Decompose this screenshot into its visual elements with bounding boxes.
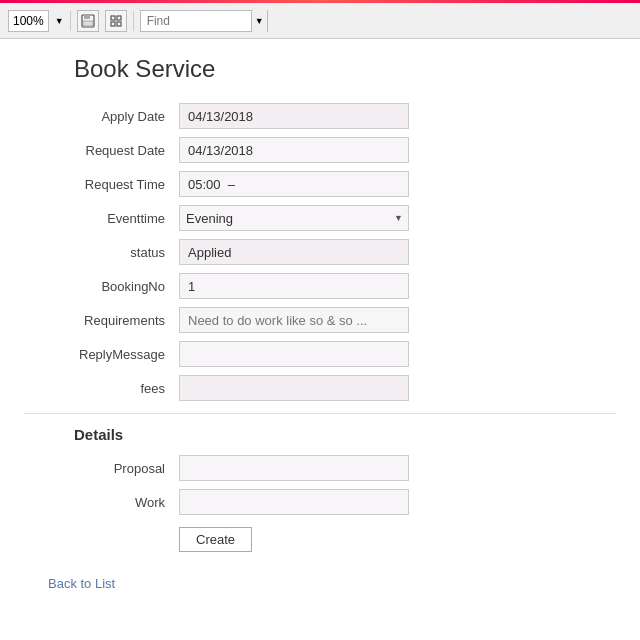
request-date-input[interactable] [179,137,409,163]
svg-rect-3 [111,16,115,20]
replymessage-input[interactable] [179,341,409,367]
toolbar-separator-2 [133,11,134,31]
back-to-list-link[interactable]: Back to List [24,576,115,591]
content-area: Book Service Apply Date Request Date Req… [0,39,640,607]
create-row: Create [24,523,616,552]
section-divider [24,413,616,414]
replymessage-label: ReplyMessage [24,347,179,362]
proposal-label: Proposal [24,461,179,476]
fees-row: fees [24,375,616,401]
zoom-dropdown-icon[interactable]: ▼ [55,16,64,26]
bookingno-label: BookingNo [24,279,179,294]
work-label: Work [24,495,179,510]
fees-input[interactable] [179,375,409,401]
toolbar-separator-1 [70,11,71,31]
zoom-value: 100% [13,14,44,28]
request-time-label: Request Time [24,177,179,192]
request-date-label: Request Date [24,143,179,158]
page-title: Book Service [24,55,616,83]
status-input[interactable] [179,239,409,265]
svg-rect-1 [84,15,90,19]
proposal-input[interactable] [179,455,409,481]
zoom-control[interactable]: 100% [8,10,49,32]
bookingno-input[interactable] [179,273,409,299]
details-section: Details Proposal Work Create [24,426,616,552]
details-title: Details [24,426,616,443]
bookingno-row: BookingNo [24,273,616,299]
fit-button[interactable] [105,10,127,32]
proposal-row: Proposal [24,455,616,481]
eventtime-row: Eventtime Morning Afternoon Evening Nigh… [24,205,616,231]
svg-rect-2 [83,21,93,26]
toolbar: 100% ▼ ▼ [0,3,640,39]
find-dropdown-btn[interactable]: ▼ [251,10,267,32]
apply-date-label: Apply Date [24,109,179,124]
request-time-input[interactable] [179,171,409,197]
svg-rect-4 [117,16,121,20]
status-row: status [24,239,616,265]
requirements-input[interactable] [179,307,409,333]
replymessage-row: ReplyMessage [24,341,616,367]
requirements-row: Requirements [24,307,616,333]
svg-rect-6 [117,22,121,26]
requirements-label: Requirements [24,313,179,328]
fit-icon [109,14,123,28]
request-time-row: Request Time [24,171,616,197]
main-form: Apply Date Request Date Request Time Eve… [24,103,616,401]
save-button[interactable] [77,10,99,32]
find-box: ▼ [140,10,268,32]
apply-date-row: Apply Date [24,103,616,129]
find-input[interactable] [141,12,251,30]
eventtime-select[interactable]: Morning Afternoon Evening Night [179,205,409,231]
request-date-row: Request Date [24,137,616,163]
create-button[interactable]: Create [179,527,252,552]
svg-rect-5 [111,22,115,26]
eventtime-label: Eventtime [24,211,179,226]
fees-label: fees [24,381,179,396]
apply-date-input[interactable] [179,103,409,129]
work-row: Work [24,489,616,515]
work-input[interactable] [179,489,409,515]
eventtime-select-wrapper: Morning Afternoon Evening Night [179,205,409,231]
status-label: status [24,245,179,260]
save-icon [81,14,95,28]
